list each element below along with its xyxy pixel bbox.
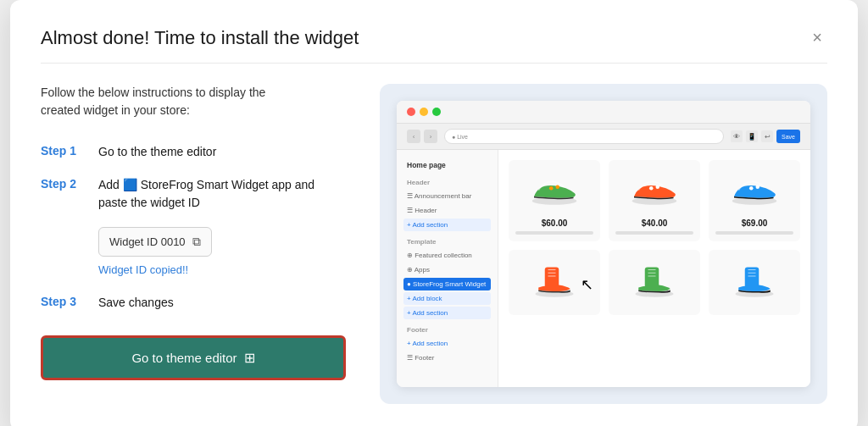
theme-editor-icon: ⊞ [244,350,255,366]
svg-point-5 [656,185,660,190]
step-1: Step 1 Go to the theme editor [41,143,346,161]
product-card-3: $69.00 [709,160,800,241]
save-btn[interactable]: Save [776,130,800,143]
product-image-3 [715,167,793,213]
shoe-svg-6 [729,261,780,299]
shoe-svg-5 [629,261,680,299]
product-image-2 [615,167,693,213]
left-panel: Follow the below instructions to display… [41,84,346,380]
product-card-4: ↖ [509,250,600,315]
sidebar-storefrog: ● StoreFrog Smart Widget [403,278,491,290]
steps-list: Step 1 Go to the theme editor Step 2 Add… [41,143,346,312]
sidebar-add-section-1: + Add section [403,219,491,231]
step-3: Step 3 Save changes [41,294,346,312]
traffic-light-green [432,108,441,116]
svg-rect-20 [745,268,760,288]
sidebar-featured-collection: ⊕ Featured collection [403,249,491,262]
product-bar-2 [615,231,693,235]
forward-arrow: › [424,130,437,143]
product-image-5 [615,257,693,303]
step-2-label: Step 2 [41,176,85,191]
sidebar-footer-item: ☰ Footer [403,351,491,364]
dialog-body: Follow the below instructions to display… [41,84,827,404]
step-1-content: Go to the theme editor [98,143,216,161]
cursor-icon: ↖ [581,275,593,294]
svg-point-1 [549,186,554,191]
browser-inner-content: Home page Header ☰ Announcement bar ☰ He… [397,150,810,387]
product-image-1 [515,167,593,213]
sidebar-apps: ⊕ Apps [403,263,491,276]
sidebar-header-item: ☰ Header [403,204,491,217]
svg-rect-15 [645,268,659,288]
product-card-2: $40.00 [609,160,700,241]
shoe-svg-2 [629,171,680,209]
products-grid: $60.00 [509,160,800,315]
save-label: Save [782,134,795,140]
product-card-5 [609,250,700,315]
sidebar-announcement: ☰ Announcement bar [403,190,491,202]
traffic-lights [407,108,441,116]
top-actions: 👁 📱 ↩ Save [731,130,800,143]
dialog-title: Almost done! Time to install the widget [41,27,359,49]
eye-icon: 👁 [731,130,743,142]
theme-sidebar: Home page Header ☰ Announcement bar ☰ He… [397,150,498,387]
products-area: $60.00 [498,150,810,387]
sidebar-add-section-3: + Add section [403,337,491,350]
install-widget-dialog: Almost done! Time to install the widget … [10,0,858,426]
sidebar-add-block: + Add block [403,292,491,305]
svg-point-8 [756,185,760,190]
browser-mockup: ‹ › ● Live 👁 📱 ↩ Save [397,101,810,387]
shoe-svg-4 [529,261,580,299]
product-image-6 [715,257,793,303]
sidebar-section-footer: Footer [403,324,491,335]
step-3-content: Save changes [98,294,174,312]
sidebar-home-page: Home page [403,158,491,172]
nav-arrows: ‹ › [407,130,437,143]
step-1-label: Step 1 [41,143,85,158]
step-3-label: Step 3 [41,294,85,308]
copy-icon[interactable]: ⧉ [192,233,201,251]
widget-id-box[interactable]: Widget ID 0010 ⧉ [98,227,212,257]
product-price-1: $60.00 [515,219,593,228]
svg-rect-10 [545,268,559,288]
product-bar-1 [515,231,593,235]
close-button[interactable]: × [807,27,827,47]
shoe-svg-1 [529,171,580,209]
undo-icon: ↩ [761,130,773,142]
sidebar-section-template: Template [403,236,491,247]
mobile-icon: 📱 [746,130,758,142]
url-text: ● Live [452,134,468,140]
url-bar: ● Live [444,129,724,144]
back-arrow: ‹ [407,130,420,143]
go-btn-label: Go to theme editor [131,351,236,365]
widget-id-text: Widget ID 0010 [109,234,186,251]
traffic-light-yellow [420,108,428,116]
shoe-svg-3 [729,171,780,209]
sidebar-add-section-2: + Add section [403,307,491,319]
go-to-theme-editor-button[interactable]: Go to theme editor ⊞ [41,335,346,380]
svg-point-7 [749,186,754,191]
right-panel: ‹ › ● Live 👁 📱 ↩ Save [380,84,827,404]
dialog-header: Almost done! Time to install the widget … [41,27,827,64]
product-price-3: $69.00 [715,219,793,228]
svg-point-4 [649,186,654,191]
product-card-1: $60.00 [509,160,600,241]
sidebar-section-header: Header [403,177,491,188]
step-2-content: Add 🟦 StoreFrog Smart Widget app and pas… [98,176,346,279]
product-price-2: $40.00 [615,219,693,228]
instructions-text: Follow the below instructions to display… [41,84,346,119]
browser-top-bar: ‹ › ● Live 👁 📱 ↩ Save [397,124,810,150]
traffic-light-red [407,108,415,116]
browser-traffic-bar [397,101,810,124]
product-card-6 [709,250,800,315]
svg-point-2 [556,185,560,190]
step-2: Step 2 Add 🟦 StoreFrog Smart Widget app … [41,176,346,279]
copied-message: Widget ID copied!! [98,262,346,279]
product-bar-3 [715,231,793,235]
